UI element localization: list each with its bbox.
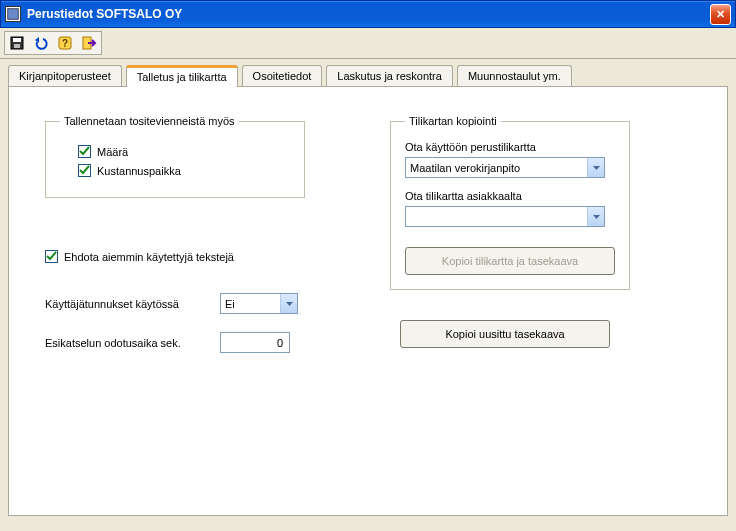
left-column: Tallennetaan tositevienneistä myös Määrä…	[45, 115, 390, 487]
save-icon	[9, 35, 25, 51]
app-icon	[5, 6, 21, 22]
window-titlebar: Perustiedot SOFTSALO OY ✕	[0, 0, 736, 28]
kayttajatunnukset-value: Ei	[225, 298, 235, 310]
right-column: Tilikartan kopiointi Ota käyttöön perust…	[390, 115, 691, 487]
tab-talletus-ja-tilikartta[interactable]: Talletus ja tilikartta	[126, 65, 238, 87]
checkbox-ehdota[interactable]	[45, 250, 58, 263]
svg-rect-0	[8, 9, 19, 20]
checkbox-maara-label: Määrä	[97, 146, 128, 158]
ota-perustilikartta-label: Ota käyttöön perustilikartta	[405, 141, 615, 153]
checkmark-icon	[79, 165, 90, 176]
checkbox-row-kustannuspaikka: Kustannuspaikka	[78, 164, 290, 177]
svg-rect-2	[13, 38, 21, 42]
kopioi-tilikartta-label: Kopioi tilikartta ja tasekaava	[442, 255, 578, 267]
window-title: Perustiedot SOFTSALO OY	[27, 7, 710, 21]
checkmark-icon	[46, 251, 57, 262]
svg-rect-3	[14, 44, 20, 48]
ota-asiakkaalta-label: Ota tilikartta asiakkaalta	[405, 190, 615, 202]
toolbar-group: ?	[4, 31, 102, 55]
tab-panel-talletus: Tallennetaan tositevienneistä myös Määrä…	[8, 86, 728, 516]
undo-icon	[33, 35, 49, 51]
group-tilikartan-kopiointi: Tilikartan kopiointi Ota käyttöön perust…	[390, 115, 630, 290]
checkbox-ehdota-label: Ehdota aiemmin käytettyjä tekstejä	[64, 251, 234, 263]
kopioi-uusittu-button[interactable]: Kopioi uusittu tasekaava	[400, 320, 610, 348]
esikatselu-input[interactable]	[225, 336, 285, 350]
tab-muunnostaulut[interactable]: Muunnostaulut ym.	[457, 65, 572, 86]
kayttajatunnukset-label: Käyttäjätunnukset käytössä	[45, 298, 210, 310]
ota-asiakkaalta-select[interactable]	[405, 206, 605, 227]
svg-text:?: ?	[62, 38, 68, 49]
group-tallennetaan-legend: Tallennetaan tositevienneistä myös	[60, 115, 239, 127]
help-button[interactable]: ?	[53, 32, 77, 54]
checkmark-icon	[79, 146, 90, 157]
ota-perustilikartta-select[interactable]: Maatilan verokirjanpito	[405, 157, 605, 178]
field-kayttajatunnukset: Käyttäjätunnukset käytössä Ei	[45, 293, 390, 314]
save-button[interactable]	[5, 32, 29, 54]
tab-osoitetiedot[interactable]: Osoitetiedot	[242, 65, 323, 86]
checkbox-kustannuspaikka[interactable]	[78, 164, 91, 177]
tab-kirjanpitoperusteet[interactable]: Kirjanpitoperusteet	[8, 65, 122, 86]
ota-perustilikartta-value: Maatilan verokirjanpito	[410, 162, 520, 174]
checkbox-row-ehdota: Ehdota aiemmin käytettyjä tekstejä	[45, 250, 390, 263]
kayttajatunnukset-select[interactable]: Ei	[220, 293, 298, 314]
exit-button[interactable]	[77, 32, 101, 54]
kopioi-tilikartta-button[interactable]: Kopioi tilikartta ja tasekaava	[405, 247, 615, 275]
undo-button[interactable]	[29, 32, 53, 54]
checkbox-kustannuspaikka-label: Kustannuspaikka	[97, 165, 181, 177]
tab-laskutus-ja-reskontra[interactable]: Laskutus ja reskontra	[326, 65, 453, 86]
toolbar: ?	[0, 28, 736, 59]
close-button[interactable]: ✕	[710, 4, 731, 25]
esikatselu-label: Esikatselun odotusaika sek.	[45, 337, 210, 349]
exit-icon	[81, 35, 97, 51]
help-icon: ?	[57, 35, 73, 51]
chevron-down-icon	[587, 207, 604, 226]
chevron-down-icon	[280, 294, 297, 313]
kopioi-uusittu-label: Kopioi uusittu tasekaava	[445, 328, 564, 340]
tab-strip: Kirjanpitoperusteet Talletus ja tilikart…	[0, 59, 736, 86]
esikatselu-input-wrap	[220, 332, 290, 353]
close-icon: ✕	[716, 8, 725, 21]
checkbox-maara[interactable]	[78, 145, 91, 158]
checkbox-row-maara: Määrä	[78, 145, 290, 158]
group-tilikartan-kopiointi-legend: Tilikartan kopiointi	[405, 115, 501, 127]
chevron-down-icon	[587, 158, 604, 177]
field-esikatselu: Esikatselun odotusaika sek.	[45, 332, 390, 353]
group-tallennetaan: Tallennetaan tositevienneistä myös Määrä…	[45, 115, 305, 198]
